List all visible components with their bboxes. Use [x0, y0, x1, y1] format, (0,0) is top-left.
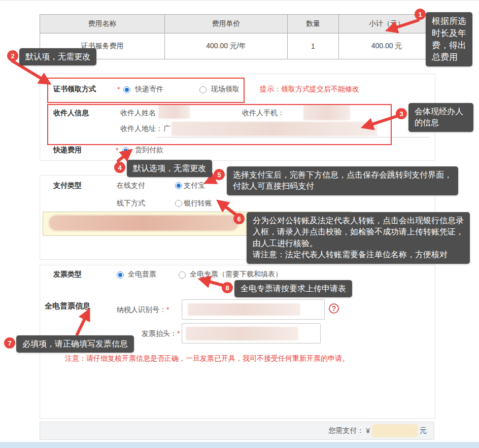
callout-tooltip-6: 分为公对公转账及法定代表人转账，点击会出现银行信息录 入框，请录入并点击校验，如…	[247, 212, 470, 264]
alipay-label: 支付宝	[184, 181, 205, 190]
currency-symbol: ¥	[366, 427, 370, 435]
bank-notice-text-redacted	[49, 215, 238, 231]
pay-amount-redacted	[372, 424, 418, 437]
callout-badge-8: 8	[222, 282, 233, 293]
callout-badge-1: 1	[415, 9, 426, 20]
cash-on-delivery-radio[interactable]	[122, 147, 129, 154]
fee-header-unit-price: 费用单价	[165, 15, 288, 33]
callout-tooltip-5: 选择支付宝后，完善下方信息，点击保存会跳转到支付界面， 付款人可直接扫码支付	[227, 166, 458, 195]
invoice-info-label: 全电普票信息	[45, 301, 90, 311]
onsite-pickup-radio[interactable]	[199, 86, 207, 93]
offline-method-label: 线下方式	[117, 199, 145, 208]
required-asterisk: *	[177, 329, 180, 337]
callout-badge-2: 2	[7, 50, 18, 61]
invoice-general-label: 全电普票	[128, 270, 156, 279]
alipay-radio[interactable]	[175, 182, 182, 189]
fee-table-row: 证书服务费用 400.00 元/年 1 400.00 元	[40, 33, 435, 59]
required-asterisk: *	[166, 305, 169, 314]
callout-tooltip-2: 默认项，无需更改	[19, 48, 96, 65]
invoice-special-radio[interactable]	[179, 271, 186, 279]
fee-cell-unit-price: 400.00 元/年	[165, 33, 288, 59]
callout-badge-5: 5	[214, 169, 225, 180]
required-asterisk: *	[116, 146, 118, 154]
bank-transfer-label: 银行转账	[184, 199, 212, 208]
invoice-general-radio[interactable]	[117, 271, 124, 279]
fee-table-header-row: 费用名称 费用单价 数量 小计（元）	[40, 15, 435, 33]
callout-tooltip-3: 会体现经办人 的信息	[408, 103, 473, 132]
invoice-title-label-text: 发票抬头：	[142, 329, 177, 337]
tax-id-label-text: 纳税人识别号：	[117, 305, 166, 314]
pay-unit: 元	[420, 426, 427, 435]
fee-header-quantity: 数量	[288, 15, 339, 33]
callout-badge-4: 4	[114, 162, 125, 173]
callout-tooltip-7: 必填项，请正确填写发票信息	[16, 335, 134, 353]
tax-id-label: 纳税人识别号：*	[117, 305, 169, 315]
express-fee-label: 快递费用	[53, 146, 82, 155]
highlight-box-recipient-info	[47, 104, 392, 145]
fee-cell-subtotal: 400.00 元	[339, 33, 435, 59]
top-divider	[0, 0, 479, 1]
fee-table: 费用名称 费用单价 数量 小计（元） 证书服务费用 400.00 元/年 1 4…	[40, 14, 435, 59]
express-delivery-radio[interactable]	[123, 86, 130, 93]
tax-id-value-redacted	[188, 303, 300, 316]
callout-tooltip-4: 默认选项，无需更改	[127, 160, 212, 177]
bottom-strip	[0, 442, 479, 448]
delivery-method-hint: 提示：领取方式提交后不能修改	[260, 85, 359, 94]
highlight-box-delivery-method	[47, 78, 245, 103]
fee-header-name: 费用名称	[40, 15, 165, 33]
invoice-title-value-redacted	[186, 327, 298, 340]
payment-form-page: 费用名称 费用单价 数量 小计（元） 证书服务费用 400.00 元/年 1 4…	[0, 0, 479, 448]
callout-tooltip-1: 根据所选 时长及年 费，得出 总费用	[426, 12, 472, 66]
callout-badge-3: 3	[396, 108, 407, 119]
bank-transfer-radio[interactable]	[175, 200, 182, 207]
invoice-special-label: 全电专票（需要下载和填表）	[190, 270, 282, 279]
callout-badge-6: 6	[233, 213, 245, 224]
fee-cell-quantity: 1	[288, 33, 339, 59]
callout-badge-7: 7	[4, 337, 15, 349]
help-icon[interactable]: ?	[329, 303, 339, 314]
online-payment-label: 在线支付	[117, 181, 145, 190]
invoice-type-label: 发票类型	[53, 270, 82, 279]
cash-on-delivery-label: 货到付款	[135, 146, 163, 155]
invoice-title-label: 发票抬头：*	[142, 329, 180, 338]
invoice-notice: 注意：请仔细复核开票信息是否正确，一旦发票已开具，我司不接受任何重新开票的申请。	[65, 354, 349, 363]
footer-pay-bar: 您需支付：¥ 元	[40, 422, 434, 440]
callout-tooltip-8: 全电专票请按要求上传申请表	[234, 280, 352, 297]
payment-type-label: 支付类型	[53, 181, 82, 190]
pay-label: 您需支付：	[328, 426, 364, 435]
